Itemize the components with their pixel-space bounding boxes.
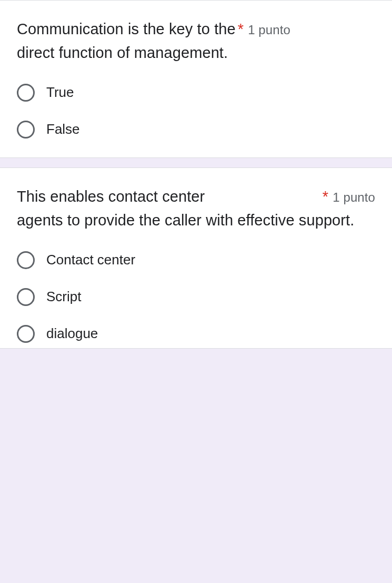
question-points: 1 punto (248, 19, 290, 41)
option-label: False (46, 121, 80, 137)
radio-circle-icon (17, 121, 35, 139)
option-label: True (46, 84, 74, 101)
question-card: This enables contact center * 1 punto ag… (0, 167, 392, 349)
question-card: Communication is the key to the * 1 punt… (0, 0, 392, 158)
question-text-line2: agents to provide the caller with effect… (17, 212, 354, 229)
option-label: dialogue (46, 325, 98, 342)
radio-circle-icon (17, 84, 35, 102)
radio-circle-icon (17, 288, 35, 306)
question-text-line1: This enables contact center (17, 185, 205, 209)
radio-circle-icon (17, 251, 35, 269)
question-points: 1 punto (333, 187, 375, 209)
radio-circle-icon (17, 325, 35, 343)
required-asterisk: * (238, 18, 244, 40)
question-header: This enables contact center * 1 punto ag… (17, 185, 375, 232)
radio-option[interactable]: Contact center (17, 251, 375, 269)
question-text: Communication is the key to the * 1 punt… (17, 17, 375, 65)
question-text: This enables contact center * 1 punto ag… (17, 185, 375, 232)
question-text-line1: Communication is the key to the (17, 17, 236, 41)
radio-option[interactable]: dialogue (17, 325, 375, 343)
radio-option[interactable]: False (17, 121, 375, 139)
option-label: Script (46, 289, 81, 305)
option-label: Contact center (46, 252, 135, 268)
radio-option[interactable]: True (17, 84, 375, 102)
required-asterisk: * (323, 186, 328, 207)
question-text-line2: direct function of management. (17, 44, 228, 61)
question-header: Communication is the key to the * 1 punt… (17, 17, 375, 65)
radio-option[interactable]: Script (17, 288, 375, 306)
